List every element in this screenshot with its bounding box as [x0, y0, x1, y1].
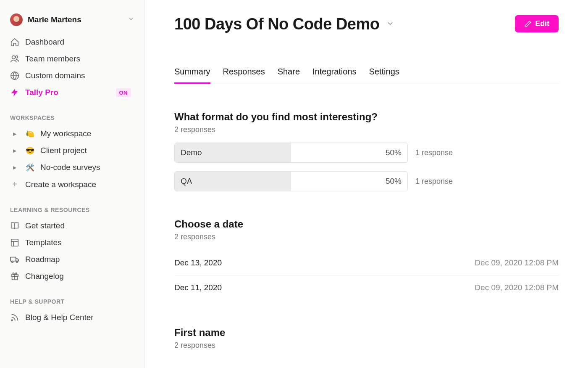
gift-icon — [10, 272, 19, 281]
nav-label: Templates — [25, 238, 62, 247]
rss-icon — [10, 313, 19, 322]
nav-dashboard[interactable]: Dashboard — [0, 34, 144, 50]
tab-share[interactable]: Share — [278, 67, 300, 84]
page-header: 100 Days Of No Code Demo Edit — [174, 15, 559, 33]
page-title: 100 Days Of No Code Demo — [174, 15, 379, 33]
pencil-icon — [524, 20, 532, 28]
edit-label: Edit — [535, 19, 549, 28]
home-icon — [10, 37, 19, 47]
book-icon — [10, 221, 19, 230]
tab-responses[interactable]: Responses — [223, 67, 265, 84]
learning-heading: LEARNING & RESOURCES — [0, 193, 144, 217]
option-label: QA — [175, 177, 192, 186]
workspace-emoji: 🍋 — [25, 130, 34, 138]
workspaces-heading: WORKSPACES — [0, 101, 144, 125]
option-bar[interactable]: QA 50% — [174, 171, 408, 191]
avatar — [10, 13, 23, 26]
tab-integrations[interactable]: Integrations — [312, 67, 357, 84]
option-row: QA 50% 1 response — [174, 171, 559, 191]
svg-point-6 — [16, 261, 18, 263]
workspace-label: My workspace — [40, 129, 91, 138]
sidebar: Marie Martens Dashboard Team members Cus… — [0, 0, 145, 368]
nav-label: Blog & Help Center — [25, 313, 94, 322]
nav-label: Changelog — [25, 272, 64, 281]
date-value: Dec 13, 2020 — [174, 258, 222, 267]
workspace-label: No-code surveys — [40, 163, 100, 172]
option-label: Demo — [175, 148, 202, 157]
account-switcher[interactable]: Marie Martens — [0, 10, 144, 34]
date-response-row: Dec 13, 2020 Dec 09, 2020 12:08 PM — [174, 251, 559, 275]
workspace-item[interactable]: ▶ 🛠️ No-code surveys — [0, 159, 144, 176]
nav-label: Dashboard — [25, 37, 64, 47]
help-heading: HELP & SUPPORT — [0, 285, 144, 309]
option-bar[interactable]: Demo 50% — [174, 143, 408, 163]
nav-get-started[interactable]: Get started — [0, 217, 144, 234]
caret-right-icon: ▶ — [10, 148, 19, 154]
nav-label: Tally Pro — [25, 88, 58, 97]
response-count: 2 responses — [174, 341, 559, 350]
question-title: First name — [174, 327, 559, 339]
option-count: 1 response — [415, 148, 453, 157]
nav-tally-pro[interactable]: Tally Pro ON — [0, 84, 144, 101]
question-date: Choose a date 2 responses Dec 13, 2020 D… — [174, 218, 559, 300]
users-icon — [10, 54, 19, 64]
nav-label: Get started — [25, 221, 65, 230]
svg-point-0 — [12, 56, 15, 59]
svg-point-9 — [11, 320, 13, 321]
chevron-down-icon — [386, 19, 394, 29]
edit-button[interactable]: Edit — [515, 15, 559, 32]
tab-settings[interactable]: Settings — [369, 67, 399, 84]
svg-rect-3 — [11, 239, 18, 246]
caret-right-icon: ▶ — [10, 131, 19, 137]
nav-domains[interactable]: Custom domains — [0, 67, 144, 84]
option-row: Demo 50% 1 response — [174, 143, 559, 163]
response-count: 2 responses — [174, 125, 559, 134]
tab-bar: Summary Responses Share Integrations Set… — [174, 67, 559, 84]
truck-icon — [10, 255, 19, 264]
nav-roadmap[interactable]: Roadmap — [0, 251, 144, 268]
option-count: 1 response — [415, 177, 453, 186]
option-percentage: 50% — [386, 177, 402, 186]
main-content: 100 Days Of No Code Demo Edit Summary Re… — [145, 0, 588, 368]
svg-point-5 — [12, 261, 13, 263]
user-name: Marie Martens — [28, 15, 123, 24]
question-format: What format do you find most interesting… — [174, 111, 559, 191]
response-count: 2 responses — [174, 233, 559, 241]
workspace-label: Client project — [40, 146, 87, 155]
date-value: Dec 11, 2020 — [174, 283, 222, 292]
pro-on-badge: ON — [116, 88, 131, 97]
nav-label: Roadmap — [25, 255, 60, 264]
svg-point-1 — [16, 56, 18, 58]
nav-changelog[interactable]: Changelog — [0, 268, 144, 285]
nav-label: Custom domains — [25, 71, 85, 80]
date-response-row: Dec 11, 2020 Dec 09, 2020 12:08 PM — [174, 275, 559, 300]
caret-right-icon: ▶ — [10, 165, 19, 170]
bar-fill — [175, 172, 291, 191]
nav-templates[interactable]: Templates — [0, 234, 144, 251]
create-workspace-label: Create a workspace — [25, 180, 96, 189]
tab-summary[interactable]: Summary — [174, 67, 210, 84]
question-title: What format do you find most interesting… — [174, 111, 559, 123]
workspace-emoji: 😎 — [25, 146, 34, 155]
option-percentage: 50% — [386, 148, 402, 157]
globe-icon — [10, 71, 19, 80]
workspace-item[interactable]: ▶ 🍋 My workspace — [0, 125, 144, 142]
title-dropdown[interactable]: 100 Days Of No Code Demo — [174, 15, 394, 33]
workspace-emoji: 🛠️ — [25, 163, 34, 172]
svg-rect-4 — [10, 257, 16, 261]
nav-team[interactable]: Team members — [0, 50, 144, 67]
submitted-at: Dec 09, 2020 12:08 PM — [475, 283, 559, 292]
layout-icon — [10, 238, 19, 247]
nav-label: Team members — [25, 54, 80, 64]
chevron-down-icon — [128, 16, 134, 24]
question-firstname: First name 2 responses — [174, 327, 559, 350]
submitted-at: Dec 09, 2020 12:08 PM — [475, 258, 559, 267]
plus-icon: + — [10, 180, 19, 189]
workspace-item[interactable]: ▶ 😎 Client project — [0, 142, 144, 159]
bolt-icon — [10, 88, 19, 97]
nav-blog-help[interactable]: Blog & Help Center — [0, 309, 144, 326]
question-title: Choose a date — [174, 218, 559, 230]
date-response-list: Dec 13, 2020 Dec 09, 2020 12:08 PM Dec 1… — [174, 251, 559, 300]
create-workspace[interactable]: + Create a workspace — [0, 176, 144, 193]
